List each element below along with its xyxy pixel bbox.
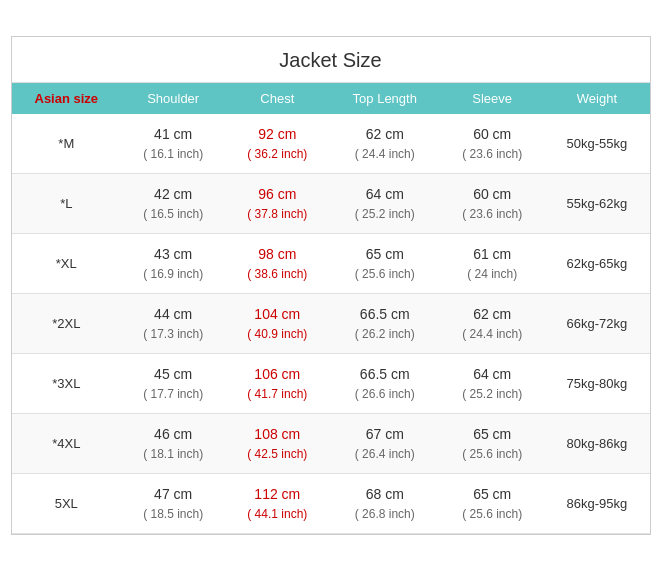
cell-sleeve: 61 cm ( 24 inch) <box>440 234 544 294</box>
cell-shoulder: 42 cm ( 16.5 inch) <box>121 174 225 234</box>
cell-sleeve: 62 cm ( 24.4 inch) <box>440 294 544 354</box>
cell-asian-size: *3XL <box>12 354 122 414</box>
cell-sleeve: 60 cm ( 23.6 inch) <box>440 174 544 234</box>
table-row: *3XL 45 cm ( 17.7 inch) 106 cm ( 41.7 in… <box>12 354 650 414</box>
cell-top-length: 68 cm ( 26.8 inch) <box>329 474 440 534</box>
cell-weight: 75kg-80kg <box>544 354 649 414</box>
cell-chest: 104 cm ( 40.9 inch) <box>225 294 329 354</box>
cell-sleeve: 64 cm ( 25.2 inch) <box>440 354 544 414</box>
cell-top-length: 66.5 cm ( 26.6 inch) <box>329 354 440 414</box>
header-chest: Chest <box>225 83 329 114</box>
header-weight: Weight <box>544 83 649 114</box>
table-header-row: Asian size Shoulder Chest Top Length Sle… <box>12 83 650 114</box>
cell-shoulder: 43 cm ( 16.9 inch) <box>121 234 225 294</box>
table-row: *2XL 44 cm ( 17.3 inch) 104 cm ( 40.9 in… <box>12 294 650 354</box>
cell-shoulder: 44 cm ( 17.3 inch) <box>121 294 225 354</box>
cell-top-length: 64 cm ( 25.2 inch) <box>329 174 440 234</box>
table-row: *XL 43 cm ( 16.9 inch) 98 cm ( 38.6 inch… <box>12 234 650 294</box>
cell-weight: 55kg-62kg <box>544 174 649 234</box>
header-sleeve: Sleeve <box>440 83 544 114</box>
table-row: *L 42 cm ( 16.5 inch) 96 cm ( 37.8 inch)… <box>12 174 650 234</box>
cell-asian-size: *L <box>12 174 122 234</box>
table-row: *4XL 46 cm ( 18.1 inch) 108 cm ( 42.5 in… <box>12 414 650 474</box>
cell-weight: 80kg-86kg <box>544 414 649 474</box>
cell-shoulder: 46 cm ( 18.1 inch) <box>121 414 225 474</box>
cell-weight: 66kg-72kg <box>544 294 649 354</box>
cell-weight: 62kg-65kg <box>544 234 649 294</box>
table-title: Jacket Size <box>12 37 650 83</box>
cell-top-length: 66.5 cm ( 26.2 inch) <box>329 294 440 354</box>
cell-asian-size: *4XL <box>12 414 122 474</box>
cell-asian-size: *M <box>12 114 122 174</box>
cell-top-length: 62 cm ( 24.4 inch) <box>329 114 440 174</box>
cell-asian-size: *2XL <box>12 294 122 354</box>
cell-chest: 98 cm ( 38.6 inch) <box>225 234 329 294</box>
cell-chest: 92 cm ( 36.2 inch) <box>225 114 329 174</box>
cell-asian-size: *XL <box>12 234 122 294</box>
header-top-length: Top Length <box>329 83 440 114</box>
cell-chest: 96 cm ( 37.8 inch) <box>225 174 329 234</box>
cell-chest: 112 cm ( 44.1 inch) <box>225 474 329 534</box>
cell-top-length: 65 cm ( 25.6 inch) <box>329 234 440 294</box>
jacket-size-table: Jacket Size Asian size Shoulder Chest To… <box>11 36 651 535</box>
cell-top-length: 67 cm ( 26.4 inch) <box>329 414 440 474</box>
cell-shoulder: 45 cm ( 17.7 inch) <box>121 354 225 414</box>
header-shoulder: Shoulder <box>121 83 225 114</box>
cell-chest: 106 cm ( 41.7 inch) <box>225 354 329 414</box>
cell-sleeve: 65 cm ( 25.6 inch) <box>440 474 544 534</box>
cell-weight: 86kg-95kg <box>544 474 649 534</box>
cell-shoulder: 47 cm ( 18.5 inch) <box>121 474 225 534</box>
cell-asian-size: 5XL <box>12 474 122 534</box>
cell-shoulder: 41 cm ( 16.1 inch) <box>121 114 225 174</box>
table-row: 5XL 47 cm ( 18.5 inch) 112 cm ( 44.1 inc… <box>12 474 650 534</box>
table-row: *M 41 cm ( 16.1 inch) 92 cm ( 36.2 inch)… <box>12 114 650 174</box>
cell-sleeve: 60 cm ( 23.6 inch) <box>440 114 544 174</box>
cell-chest: 108 cm ( 42.5 inch) <box>225 414 329 474</box>
cell-sleeve: 65 cm ( 25.6 inch) <box>440 414 544 474</box>
cell-weight: 50kg-55kg <box>544 114 649 174</box>
header-asian-size: Asian size <box>12 83 122 114</box>
